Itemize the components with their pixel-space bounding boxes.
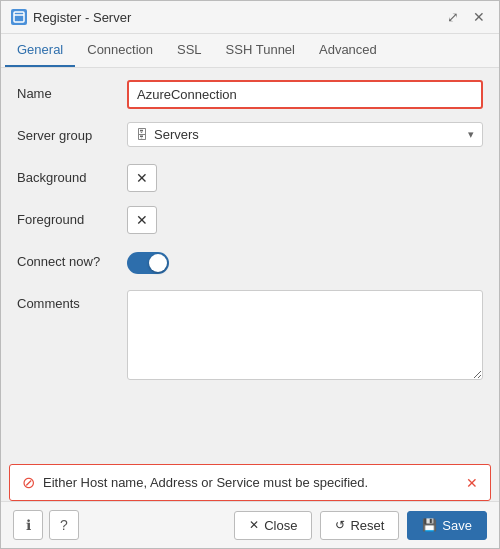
- chevron-down-icon: ▾: [468, 128, 474, 141]
- bottom-left-actions: ℹ ?: [13, 510, 79, 540]
- expand-button[interactable]: ⤢: [443, 7, 463, 27]
- save-button[interactable]: 💾 Save: [407, 511, 487, 540]
- title-bar-left: Register - Server: [11, 9, 131, 25]
- comments-textarea[interactable]: [127, 290, 483, 380]
- close-btn-icon: ✕: [249, 518, 259, 532]
- background-field: ✕: [127, 164, 483, 192]
- tab-connection[interactable]: Connection: [75, 34, 165, 67]
- close-window-button[interactable]: ✕: [469, 7, 489, 27]
- error-warning-icon: ⊘: [22, 473, 35, 492]
- server-group-select[interactable]: 🗄 Servers ▾: [127, 122, 483, 147]
- background-color-button[interactable]: ✕: [127, 164, 157, 192]
- close-button[interactable]: ✕ Close: [234, 511, 312, 540]
- main-window: Register - Server ⤢ ✕ General Connection…: [0, 0, 500, 549]
- server-db-icon: 🗄: [136, 128, 148, 142]
- svg-rect-0: [14, 12, 24, 22]
- comments-row: Comments: [17, 290, 483, 383]
- title-bar: Register - Server ⤢ ✕: [1, 1, 499, 34]
- save-btn-label: Save: [442, 518, 472, 533]
- help-button[interactable]: ?: [49, 510, 79, 540]
- name-row: Name: [17, 80, 483, 112]
- reset-button[interactable]: ↺ Reset: [320, 511, 399, 540]
- foreground-row: Foreground ✕: [17, 206, 483, 238]
- info-button[interactable]: ℹ: [13, 510, 43, 540]
- server-group-field: 🗄 Servers ▾: [127, 122, 483, 147]
- tab-general[interactable]: General: [5, 34, 75, 67]
- save-btn-icon: 💾: [422, 518, 437, 532]
- error-wrapper: ⊘ Either Host name, Address or Service m…: [1, 458, 499, 501]
- bottom-bar: ℹ ? ✕ Close ↺ Reset 💾 Save: [1, 501, 499, 548]
- connect-now-row: Connect now?: [17, 248, 483, 280]
- connect-now-toggle[interactable]: [127, 252, 169, 274]
- window-title: Register - Server: [33, 10, 131, 25]
- connect-now-field: [127, 248, 483, 274]
- tab-bar: General Connection SSL SSH Tunnel Advanc…: [1, 34, 499, 68]
- name-input[interactable]: [127, 80, 483, 109]
- reset-btn-label: Reset: [350, 518, 384, 533]
- error-close-button[interactable]: ✕: [466, 475, 478, 491]
- comments-label: Comments: [17, 290, 127, 311]
- tab-ssh-tunnel[interactable]: SSH Tunnel: [214, 34, 307, 67]
- background-label: Background: [17, 164, 127, 185]
- bottom-right-actions: ✕ Close ↺ Reset 💾 Save: [234, 511, 487, 540]
- app-icon: [11, 9, 27, 25]
- close-btn-label: Close: [264, 518, 297, 533]
- foreground-color-button[interactable]: ✕: [127, 206, 157, 234]
- error-banner: ⊘ Either Host name, Address or Service m…: [9, 464, 491, 501]
- tab-ssl[interactable]: SSL: [165, 34, 214, 67]
- tab-advanced[interactable]: Advanced: [307, 34, 389, 67]
- foreground-field: ✕: [127, 206, 483, 234]
- foreground-label: Foreground: [17, 206, 127, 227]
- comments-field: [127, 290, 483, 383]
- form-content: Name Server group 🗄 Servers ▾ Background…: [1, 68, 499, 458]
- reset-btn-icon: ↺: [335, 518, 345, 532]
- server-group-row: Server group 🗄 Servers ▾: [17, 122, 483, 154]
- title-actions: ⤢ ✕: [443, 7, 489, 27]
- connect-now-label: Connect now?: [17, 248, 127, 269]
- name-label: Name: [17, 80, 127, 101]
- name-field-wrapper: [127, 80, 483, 109]
- server-group-value: Servers: [154, 127, 462, 142]
- server-group-label: Server group: [17, 122, 127, 143]
- error-message: Either Host name, Address or Service mus…: [43, 475, 368, 490]
- error-banner-inner: ⊘ Either Host name, Address or Service m…: [22, 473, 368, 492]
- background-row: Background ✕: [17, 164, 483, 196]
